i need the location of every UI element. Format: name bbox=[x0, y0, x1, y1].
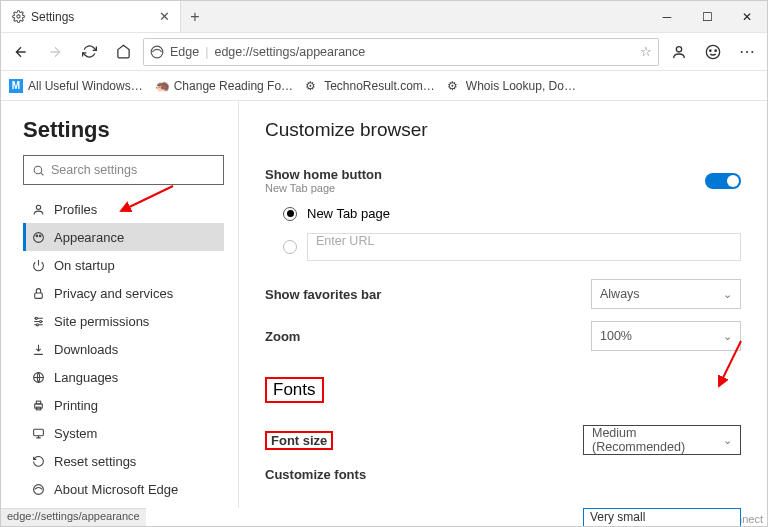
settings-main: Customize browser Show home button New T… bbox=[239, 101, 767, 508]
favorite-star-icon[interactable]: ☆ bbox=[640, 44, 652, 59]
sidebar-item-downloads[interactable]: Downloads bbox=[23, 335, 224, 363]
home-radio-url[interactable] bbox=[283, 240, 297, 254]
sidebar-item-reset-settings[interactable]: Reset settings bbox=[23, 447, 224, 475]
monitor-icon bbox=[31, 426, 45, 440]
globe-icon bbox=[31, 370, 45, 384]
power-icon bbox=[31, 258, 45, 272]
sidebar-item-appearance[interactable]: Appearance bbox=[23, 223, 224, 251]
svg-point-8 bbox=[33, 232, 43, 242]
svg-point-5 bbox=[715, 50, 716, 51]
refresh-button[interactable] bbox=[75, 38, 103, 66]
home-radio-newtab[interactable] bbox=[283, 207, 297, 221]
minimize-button[interactable]: ─ bbox=[647, 1, 687, 32]
profile-button[interactable] bbox=[665, 38, 693, 66]
lock-icon bbox=[31, 286, 45, 300]
sidebar-item-privacy-and-services[interactable]: Privacy and services bbox=[23, 279, 224, 307]
status-bar: edge://settings/appearance bbox=[1, 508, 146, 526]
fonts-heading: Fonts bbox=[265, 377, 324, 403]
home-radio-newtab-label: New Tab page bbox=[307, 206, 390, 221]
favorites-bar-select[interactable]: Always ⌄ bbox=[591, 279, 741, 309]
bookmark-favicon: M bbox=[9, 79, 23, 93]
search-icon bbox=[32, 164, 45, 177]
person-icon bbox=[31, 202, 45, 216]
bookmark-item[interactable]: 🦔Change Reading Fo… bbox=[155, 79, 293, 93]
maximize-button[interactable]: ☐ bbox=[687, 1, 727, 32]
bookmark-favicon: ⚙ bbox=[305, 79, 319, 93]
more-button[interactable]: ⋯ bbox=[733, 38, 761, 66]
svg-point-2 bbox=[676, 46, 681, 51]
svg-rect-19 bbox=[33, 429, 43, 436]
new-tab-button[interactable]: + bbox=[181, 1, 209, 32]
forward-button bbox=[41, 38, 69, 66]
settings-sidebar: Settings Search settings ProfilesAppeara… bbox=[1, 101, 239, 508]
svg-point-13 bbox=[39, 320, 41, 322]
chevron-down-icon: ⌄ bbox=[723, 434, 732, 447]
svg-point-12 bbox=[35, 317, 37, 319]
svg-point-6 bbox=[34, 166, 42, 174]
bookmark-item[interactable]: MAll Useful Windows… bbox=[9, 79, 143, 93]
svg-point-9 bbox=[36, 235, 38, 237]
favorites-bar-label: Show favorites bar bbox=[265, 287, 381, 302]
bookmark-favicon: 🦔 bbox=[155, 79, 169, 93]
font-size-label: Font size bbox=[265, 431, 333, 450]
font-size-dropdown[interactable]: Very smallSmallMedium (Recommended)Large… bbox=[583, 508, 741, 527]
font-size-option[interactable]: Very small bbox=[584, 509, 740, 525]
svg-point-0 bbox=[16, 15, 19, 18]
sidebar-item-site-permissions[interactable]: Site permissions bbox=[23, 307, 224, 335]
close-tab-icon[interactable]: ✕ bbox=[159, 9, 170, 24]
sidebar-item-on-startup[interactable]: On startup bbox=[23, 251, 224, 279]
font-size-select[interactable]: Medium (Recommended) ⌄ bbox=[583, 425, 741, 455]
bookmarks-bar: MAll Useful Windows… 🦔Change Reading Fo…… bbox=[1, 71, 767, 101]
address-url: edge://settings/appearance bbox=[214, 45, 365, 59]
browser-tab[interactable]: Settings ✕ bbox=[1, 1, 181, 32]
bookmark-item[interactable]: ⚙Whois Lookup, Do… bbox=[447, 79, 576, 93]
show-home-button-toggle[interactable] bbox=[705, 173, 741, 189]
tab-title: Settings bbox=[31, 10, 74, 24]
sidebar-item-printing[interactable]: Printing bbox=[23, 391, 224, 419]
edge-icon bbox=[150, 45, 164, 59]
search-settings-input[interactable]: Search settings bbox=[23, 155, 224, 185]
bookmark-favicon: ⚙ bbox=[447, 79, 461, 93]
sidebar-item-about-microsoft-edge[interactable]: About Microsoft Edge bbox=[23, 475, 224, 503]
palette-icon bbox=[31, 230, 45, 244]
back-button[interactable] bbox=[7, 38, 35, 66]
address-bar[interactable]: Edge | edge://settings/appearance ☆ bbox=[143, 38, 659, 66]
svg-point-14 bbox=[36, 323, 38, 325]
show-home-button-hint: New Tab page bbox=[265, 182, 382, 194]
edge-icon bbox=[31, 482, 45, 496]
sidebar-item-profiles[interactable]: Profiles bbox=[23, 195, 224, 223]
svg-point-4 bbox=[710, 50, 711, 51]
download-icon bbox=[31, 342, 45, 356]
zoom-select[interactable]: 100% ⌄ bbox=[591, 321, 741, 351]
svg-point-7 bbox=[36, 205, 40, 209]
chevron-down-icon: ⌄ bbox=[723, 288, 732, 301]
address-app: Edge bbox=[170, 45, 199, 59]
home-url-input[interactable]: Enter URL bbox=[307, 233, 741, 261]
reset-icon bbox=[31, 454, 45, 468]
svg-rect-11 bbox=[34, 292, 42, 297]
sliders-icon bbox=[31, 314, 45, 328]
customize-fonts-label[interactable]: Customize fonts bbox=[265, 467, 366, 482]
svg-point-10 bbox=[39, 235, 41, 237]
page-title: Settings bbox=[23, 117, 224, 143]
home-button[interactable] bbox=[109, 38, 137, 66]
feedback-button[interactable] bbox=[699, 38, 727, 66]
sidebar-item-languages[interactable]: Languages bbox=[23, 363, 224, 391]
zoom-label: Zoom bbox=[265, 329, 300, 344]
svg-rect-17 bbox=[36, 401, 40, 404]
bookmark-item[interactable]: ⚙TechnoResult.com… bbox=[305, 79, 435, 93]
section-heading: Customize browser bbox=[265, 119, 741, 141]
show-home-button-label: Show home button bbox=[265, 167, 382, 182]
gear-icon bbox=[11, 10, 25, 24]
chevron-down-icon: ⌄ bbox=[723, 330, 732, 343]
printer-icon bbox=[31, 398, 45, 412]
close-window-button[interactable]: ✕ bbox=[727, 1, 767, 32]
sidebar-item-system[interactable]: System bbox=[23, 419, 224, 447]
svg-point-3 bbox=[706, 45, 719, 58]
